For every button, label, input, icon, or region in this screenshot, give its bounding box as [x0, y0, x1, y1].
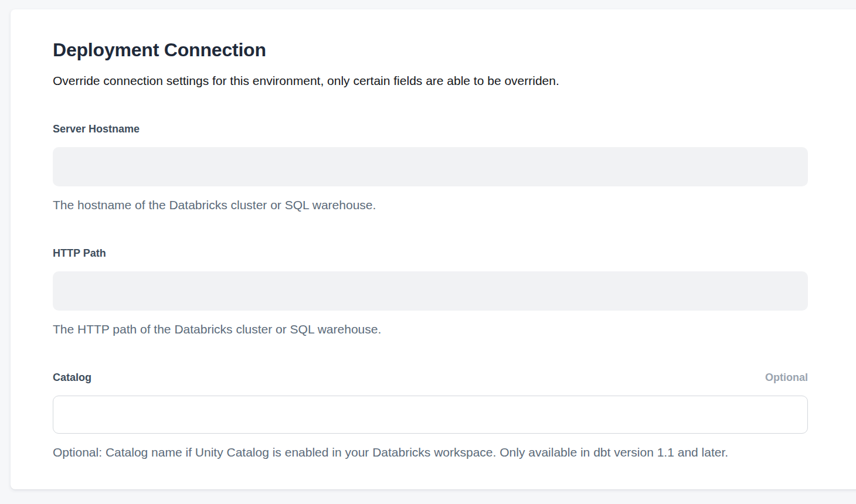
catalog-input[interactable] — [53, 396, 808, 434]
server-hostname-field: Server Hostname The hostname of the Data… — [53, 122, 808, 213]
server-hostname-help-text: The hostname of the Databricks cluster o… — [53, 197, 808, 213]
deployment-connection-card: Deployment Connection Override connectio… — [11, 9, 856, 489]
catalog-label: Catalog — [53, 370, 91, 385]
page-subtitle: Override connection settings for this en… — [53, 73, 808, 88]
catalog-field: Catalog Optional Optional: Catalog name … — [53, 370, 808, 460]
server-hostname-label-row: Server Hostname — [53, 122, 808, 137]
catalog-optional-badge: Optional — [765, 370, 808, 385]
catalog-label-row: Catalog Optional — [53, 370, 808, 385]
http-path-label-row: HTTP Path — [53, 246, 808, 261]
page-title: Deployment Connection — [53, 39, 808, 61]
http-path-help-text: The HTTP path of the Databricks cluster … — [53, 322, 808, 337]
http-path-label: HTTP Path — [53, 246, 106, 261]
http-path-field: HTTP Path The HTTP path of the Databrick… — [53, 246, 808, 337]
catalog-help-text: Optional: Catalog name if Unity Catalog … — [53, 445, 808, 460]
http-path-input — [53, 271, 808, 311]
server-hostname-label: Server Hostname — [53, 122, 140, 137]
server-hostname-input — [53, 147, 808, 186]
